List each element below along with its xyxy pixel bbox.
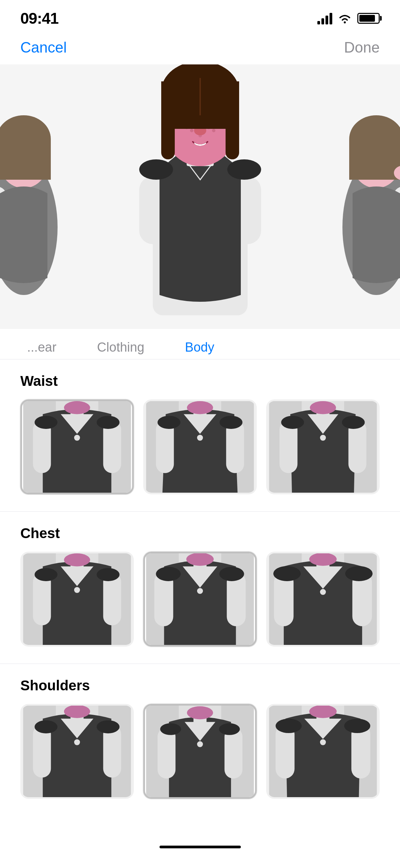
svg-point-63 <box>310 401 336 414</box>
chest-option-1[interactable] <box>20 552 134 647</box>
cancel-button[interactable]: Cancel <box>20 39 67 56</box>
svg-point-62 <box>342 416 365 429</box>
shoulders-option-2[interactable] <box>143 704 257 799</box>
svg-point-52 <box>157 416 181 429</box>
svg-point-46 <box>74 435 80 440</box>
waist-option-2[interactable] <box>143 399 257 494</box>
svg-point-44 <box>97 416 120 429</box>
svg-point-91 <box>320 589 326 595</box>
done-button[interactable]: Done <box>344 39 380 56</box>
svg-point-54 <box>187 401 213 414</box>
nav-bar: Cancel Done <box>0 31 400 64</box>
chest-option-2[interactable] <box>143 552 257 647</box>
svg-point-109 <box>197 741 203 747</box>
waist-options <box>0 399 400 494</box>
status-bar: 09:41 <box>0 0 400 31</box>
shoulders-option-3[interactable] <box>266 704 380 799</box>
svg-point-31 <box>227 159 261 180</box>
waist-option-3[interactable] <box>266 399 380 494</box>
svg-point-80 <box>219 567 244 581</box>
svg-point-115 <box>276 719 302 733</box>
segment-control: ...ear Clothing Body <box>0 329 400 359</box>
avatar-right <box>339 92 400 302</box>
svg-point-43 <box>35 416 58 429</box>
signal-icon <box>317 12 332 24</box>
section-title-chest: Chest <box>0 512 400 552</box>
svg-point-106 <box>160 723 181 735</box>
svg-point-107 <box>219 723 240 735</box>
battery-icon <box>357 13 380 24</box>
svg-point-71 <box>97 568 120 581</box>
waist-option-1[interactable] <box>20 399 134 494</box>
section-title-waist: Waist <box>0 359 400 399</box>
svg-point-53 <box>219 416 243 429</box>
svg-rect-36 <box>349 139 400 180</box>
svg-point-108 <box>187 706 213 719</box>
svg-rect-105 <box>225 728 243 778</box>
chest-option-3[interactable] <box>266 552 380 647</box>
wifi-icon <box>338 13 352 24</box>
tab-headwear[interactable]: ...ear <box>0 340 77 355</box>
page: 09:41 Cancel Done <box>0 0 400 856</box>
section-shoulders: Shoulders <box>0 664 400 816</box>
section-waist: Waist <box>0 359 400 512</box>
svg-point-88 <box>273 566 301 581</box>
svg-point-72 <box>64 553 90 567</box>
svg-point-0 <box>344 21 346 23</box>
svg-point-73 <box>74 587 80 593</box>
svg-point-30 <box>139 159 173 180</box>
svg-point-97 <box>35 720 58 733</box>
section-chest: Chest <box>0 512 400 664</box>
tab-clothing[interactable]: Clothing <box>77 340 165 355</box>
svg-point-89 <box>345 566 373 581</box>
svg-point-15 <box>212 129 215 132</box>
svg-point-98 <box>97 720 120 733</box>
svg-point-64 <box>320 435 326 440</box>
svg-point-79 <box>156 567 181 581</box>
svg-rect-5 <box>0 139 51 180</box>
svg-point-118 <box>320 739 326 745</box>
home-indicator-area <box>0 816 400 856</box>
svg-point-61 <box>281 416 304 429</box>
avatar-main <box>119 64 281 329</box>
svg-point-116 <box>344 719 370 733</box>
status-time: 09:41 <box>20 9 59 27</box>
svg-point-45 <box>64 401 90 414</box>
svg-point-13 <box>190 129 193 132</box>
tab-body[interactable]: Body <box>165 340 235 355</box>
chest-options <box>0 552 400 647</box>
home-indicator <box>160 846 241 848</box>
svg-point-82 <box>197 588 203 594</box>
avatar-preview <box>0 64 400 329</box>
svg-rect-104 <box>157 728 175 778</box>
shoulders-option-1[interactable] <box>20 704 134 799</box>
section-title-shoulders: Shoulders <box>0 664 400 704</box>
svg-point-70 <box>35 568 58 581</box>
shoulders-options <box>0 704 400 799</box>
svg-point-55 <box>197 435 203 440</box>
status-icons <box>317 12 380 24</box>
avatar-left <box>0 92 61 302</box>
svg-point-100 <box>74 739 80 745</box>
